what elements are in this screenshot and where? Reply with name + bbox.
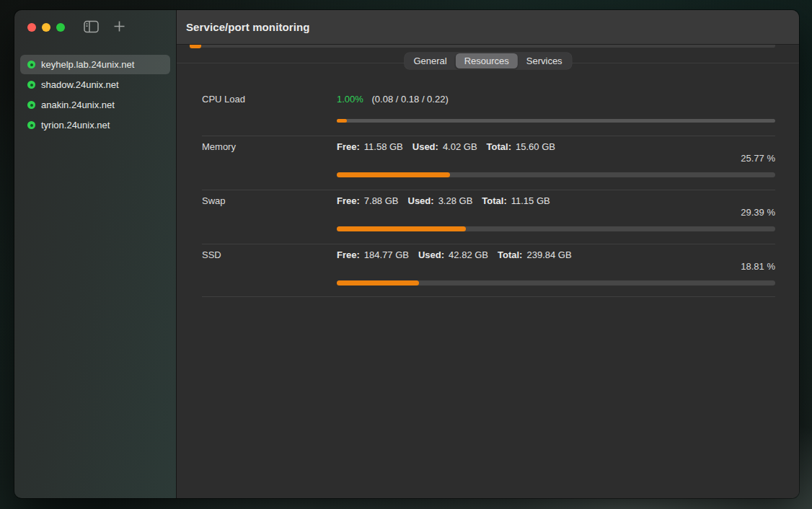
swap-percent: 29.39 % <box>741 207 775 218</box>
server-name: shadow.24unix.net <box>41 79 119 90</box>
memory-values: Free:11.58 GBUsed:4.02 GBTotal:15.60 GB <box>337 141 565 152</box>
total-value: 15.60 GB <box>516 141 555 152</box>
ssd-progressbar <box>337 280 775 286</box>
server-list-item[interactable]: shadow.24unix.net <box>20 75 170 94</box>
total-field-label: Total: <box>498 249 522 260</box>
free-value: 11.58 GB <box>364 141 403 152</box>
memory-label: Memory <box>202 141 236 152</box>
tab-general[interactable]: General <box>405 53 455 68</box>
server-list: keyhelp.lab.24unix.netshadow.24unix.neta… <box>14 45 176 135</box>
memory-percent: 25.77 % <box>741 153 775 164</box>
status-online-icon <box>27 81 35 89</box>
sidebar: keyhelp.lab.24unix.netshadow.24unix.neta… <box>14 10 177 498</box>
cpu-load-value: 1.00% (0.08 / 0.18 / 0.22) <box>337 94 449 105</box>
window-controls <box>27 23 65 32</box>
app-window: keyhelp.lab.24unix.netshadow.24unix.neta… <box>14 10 799 498</box>
tab-bar: GeneralResourcesServices <box>177 45 799 74</box>
free-value: 184.77 GB <box>364 249 409 260</box>
server-list-item[interactable]: keyhelp.lab.24unix.net <box>20 55 170 74</box>
swap-progressbar <box>337 226 775 231</box>
tab-control: GeneralResourcesServices <box>404 53 571 69</box>
free-field-label: Free: <box>337 195 360 206</box>
used-value: 4.02 GB <box>443 141 477 152</box>
total-value: 11.15 GB <box>511 195 550 206</box>
memory-progressbar-fill <box>337 172 450 177</box>
total-field-label: Total: <box>487 141 511 152</box>
used-value: 42.82 GB <box>449 249 488 260</box>
swap-values: Free:7.88 GBUsed:3.28 GBTotal:11.15 GB <box>337 195 560 206</box>
sidebar-titlebar <box>14 10 176 45</box>
cpu-load-label: CPU Load <box>202 94 245 105</box>
server-name: anakin.24unix.net <box>41 99 115 110</box>
section-divider <box>202 244 775 244</box>
memory-progressbar <box>337 172 775 177</box>
total-value: 239.84 GB <box>526 249 571 260</box>
total-field-label: Total: <box>482 195 506 206</box>
used-value: 3.28 GB <box>438 195 473 206</box>
add-server-button[interactable] <box>113 20 125 35</box>
swap-progressbar-fill <box>337 226 466 231</box>
server-name: tyrion.24unix.net <box>41 120 110 130</box>
status-online-icon <box>27 61 35 68</box>
section-divider <box>202 296 775 297</box>
free-field-label: Free: <box>337 141 360 152</box>
close-window-button[interactable] <box>27 23 36 32</box>
memory-section: MemoryFree:11.58 GBUsed:4.02 GBTotal:15.… <box>202 141 775 189</box>
swap-label: Swap <box>202 195 226 206</box>
zoom-window-button[interactable] <box>56 23 65 32</box>
free-field-label: Free: <box>337 249 360 260</box>
window-title: Service/port monitoring <box>186 21 310 33</box>
toggle-sidebar-button[interactable] <box>84 20 99 35</box>
minimize-window-button[interactable] <box>42 23 50 32</box>
sidebar-toggle-icon <box>84 20 99 35</box>
ssd-percent: 18.81 % <box>741 261 775 272</box>
server-list-item[interactable]: anakin.24unix.net <box>20 95 170 115</box>
content: GeneralResourcesServices CPU Load 1.00% … <box>177 45 799 498</box>
tab-services[interactable]: Services <box>518 53 571 68</box>
status-online-icon <box>27 101 35 109</box>
swap-section: SwapFree:7.88 GBUsed:3.28 GBTotal:11.15 … <box>202 195 775 243</box>
cpu-load-progressbar-fill <box>337 119 347 123</box>
tab-resources[interactable]: Resources <box>456 53 518 68</box>
ssd-label: SSD <box>202 249 221 260</box>
free-value: 7.88 GB <box>364 195 399 206</box>
ssd-section: SSDFree:184.77 GBUsed:42.82 GBTotal:239.… <box>202 249 775 297</box>
cpu-load-progressbar <box>337 119 775 123</box>
used-field-label: Used: <box>408 195 434 206</box>
main-titlebar: Service/port monitoring <box>177 10 799 45</box>
status-online-icon <box>27 121 35 129</box>
cpu-load-percent: 1.00% <box>337 94 363 105</box>
cpu-load-averages: (0.08 / 0.18 / 0.22) <box>372 94 449 105</box>
ssd-values: Free:184.77 GBUsed:42.82 GBTotal:239.84 … <box>337 249 581 260</box>
cpu-load-section: CPU Load 1.00% (0.08 / 0.18 / 0.22) <box>202 94 775 128</box>
main-pane: Service/port monitoring GeneralResources… <box>177 10 799 498</box>
ssd-progressbar-fill <box>337 280 419 286</box>
server-name: keyhelp.lab.24unix.net <box>41 59 134 70</box>
server-list-item[interactable]: tyrion.24unix.net <box>20 115 170 135</box>
section-divider <box>202 136 775 136</box>
used-field-label: Used: <box>418 249 444 260</box>
plus-icon <box>113 20 125 35</box>
used-field-label: Used: <box>412 141 438 152</box>
section-divider <box>202 190 775 190</box>
